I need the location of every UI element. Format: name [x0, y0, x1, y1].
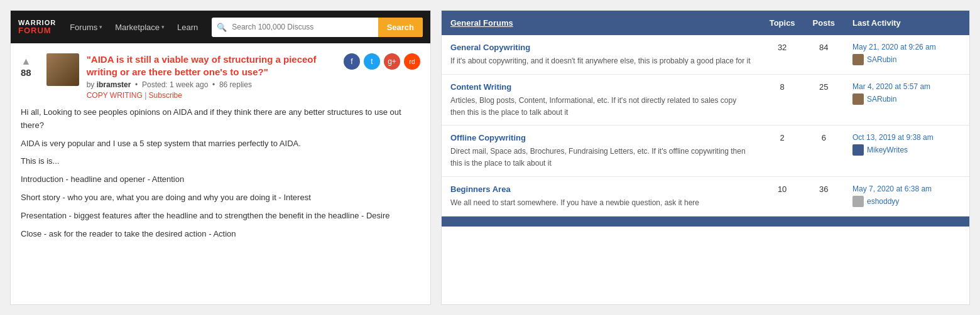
- author-avatar: [46, 53, 79, 86]
- search-input[interactable]: [232, 19, 378, 35]
- forums-nav-item[interactable]: Forums ▾: [66, 20, 106, 35]
- table-row: General Copywriting If it's about copywr…: [442, 35, 969, 74]
- forum-desc: We all need to start somewhere. If you h…: [450, 198, 699, 207]
- forum-posts-cell: 25: [804, 74, 844, 125]
- poster-name-link[interactable]: MikeyWrites: [867, 146, 908, 154]
- vote-count: 88: [21, 67, 31, 78]
- forum-lastactivity-cell: Mar 4, 2020 at 5:57 am SARubin: [844, 74, 969, 125]
- post-line-7: Close - ask for the reader to take the d…: [21, 228, 420, 241]
- poster-avatar-icon: [852, 196, 864, 207]
- col-posts-header: Posts: [804, 11, 844, 35]
- forum-topics-cell: 10: [761, 176, 804, 216]
- forum-posts-cell: 36: [804, 176, 844, 216]
- forum-name-link[interactable]: Beginners Area: [450, 184, 752, 194]
- poster-avatar-icon: [852, 93, 864, 105]
- forum-topics-cell: 2: [761, 125, 804, 177]
- post-line-3: This is is...: [21, 155, 420, 168]
- right-panel: General Forums Topics Posts Last Activit…: [441, 10, 970, 305]
- forum-lastactivity-cell: May 21, 2020 at 9:26 am SARubin: [844, 35, 969, 74]
- forum-name-link[interactable]: General Copywriting: [450, 43, 752, 52]
- reddit-share-icon[interactable]: rd: [404, 53, 420, 70]
- footer-cell: [442, 216, 969, 227]
- search-bar: 🔍 Search: [212, 18, 423, 37]
- table-footer-row: [442, 216, 969, 227]
- forum-name-link[interactable]: Offline Copywriting: [450, 133, 752, 142]
- nav-items: Forums ▾ Marketplace ▾ Learn: [66, 20, 202, 35]
- post-replies: 86 replies: [219, 80, 252, 89]
- last-poster: MikeyWrites: [852, 144, 961, 156]
- author-link[interactable]: ibramster: [97, 80, 131, 89]
- tag-copywriting[interactable]: COPY WRITING: [87, 91, 143, 100]
- search-icon: 🔍: [212, 19, 232, 36]
- left-panel: WARRIOR FORUM Forums ▾ Marketplace ▾ Lea…: [10, 10, 431, 305]
- forum-name-link[interactable]: Content Writing: [450, 82, 752, 92]
- navbar: WARRIOR FORUM Forums ▾ Marketplace ▾ Lea…: [11, 11, 430, 43]
- googleplus-share-icon[interactable]: g+: [384, 53, 400, 70]
- forum-lastactivity-cell: May 7, 2020 at 6:38 am eshoddyy: [844, 176, 969, 216]
- post-container: ▲ 88 "AIDA is it still a viable way of s…: [11, 43, 430, 255]
- last-activity-date-link[interactable]: May 7, 2020 at 6:38 am: [852, 184, 961, 193]
- forum-lastactivity-cell: Oct 13, 2019 at 9:38 am MikeyWrites: [844, 125, 969, 177]
- col-topics-header: Topics: [761, 11, 804, 35]
- poster-name-link[interactable]: eshoddyy: [867, 197, 899, 206]
- forum-desc: If it's about copywriting, and it doesn'…: [450, 56, 751, 65]
- last-poster: SARubin: [852, 93, 961, 105]
- poster-name-link[interactable]: SARubin: [867, 55, 896, 64]
- subscribe-link[interactable]: Subscribe: [149, 91, 182, 100]
- poster-avatar-icon: [852, 144, 864, 156]
- table-row: Offline Copywriting Direct mail, Space a…: [442, 125, 969, 177]
- forum-table: General Forums Topics Posts Last Activit…: [442, 11, 969, 227]
- forum-desc: Articles, Blog posts, Content, Informati…: [450, 96, 736, 117]
- vote-block: ▲ 88: [21, 56, 31, 100]
- last-activity-date-link[interactable]: Oct 13, 2019 at 9:38 am: [852, 133, 961, 142]
- post-line-5: Short story - who you are, what you are …: [21, 191, 420, 205]
- forum-info-cell: General Copywriting If it's about copywr…: [442, 35, 761, 74]
- post-title: "AIDA is it still a viable way of struct…: [87, 53, 344, 78]
- marketplace-nav-item[interactable]: Marketplace ▾: [111, 20, 168, 35]
- col-section: General Forums: [442, 11, 761, 35]
- logo[interactable]: WARRIOR FORUM: [18, 19, 56, 35]
- post-line-1: Hi all, Looking to see peoples opinions …: [21, 106, 420, 132]
- upvote-button[interactable]: ▲: [21, 56, 31, 67]
- post-tags: COPY WRITING | Subscribe: [87, 91, 420, 100]
- post-meta: by ibramster • Posted: 1 week ago • 86 r…: [87, 80, 420, 89]
- last-activity-date-link[interactable]: Mar 4, 2020 at 5:57 am: [852, 82, 961, 91]
- table-header-row: General Forums Topics Posts Last Activit…: [442, 11, 969, 35]
- facebook-share-icon[interactable]: f: [344, 53, 360, 70]
- logo-forum: FORUM: [18, 26, 56, 35]
- forum-posts-cell: 84: [804, 35, 844, 74]
- section-title-link[interactable]: General Forums: [450, 18, 513, 28]
- col-lastactivity-header: Last Activity: [844, 11, 969, 35]
- last-activity-date-link[interactable]: May 21, 2020 at 9:26 am: [852, 43, 961, 51]
- forum-desc: Direct mail, Space ads, Brochures, Fundr…: [450, 147, 746, 168]
- marketplace-chevron-icon: ▾: [161, 24, 165, 30]
- post-line-2: AIDA is very popular and I use a 5 step …: [21, 137, 420, 151]
- social-icons: f t g+ rd: [344, 53, 420, 70]
- post-date: Posted: 1 week ago: [142, 80, 208, 89]
- search-button[interactable]: Search: [378, 18, 423, 37]
- forum-topics-cell: 32: [761, 35, 804, 74]
- twitter-share-icon[interactable]: t: [364, 53, 380, 70]
- learn-nav-item[interactable]: Learn: [173, 20, 202, 35]
- table-row: Content Writing Articles, Blog posts, Co…: [442, 74, 969, 125]
- post-line-6: Presentation - biggest features after th…: [21, 210, 420, 223]
- forum-posts-cell: 6: [804, 125, 844, 177]
- table-row: Beginners Area We all need to start some…: [442, 176, 969, 216]
- last-poster: SARubin: [852, 54, 961, 65]
- forums-chevron-icon: ▾: [99, 24, 102, 30]
- last-poster: eshoddyy: [852, 196, 961, 207]
- forum-info-cell: Beginners Area We all need to start some…: [442, 176, 761, 216]
- poster-name-link[interactable]: SARubin: [867, 95, 896, 104]
- forum-info-cell: Offline Copywriting Direct mail, Space a…: [442, 125, 761, 177]
- post-body: Hi all, Looking to see peoples opinions …: [21, 106, 420, 240]
- post-top-area: ▲ 88 "AIDA is it still a viable way of s…: [21, 53, 420, 100]
- forum-topics-cell: 8: [761, 74, 804, 125]
- forum-info-cell: Content Writing Articles, Blog posts, Co…: [442, 74, 761, 125]
- poster-avatar-icon: [852, 54, 864, 65]
- post-line-4: Introduction - headline and opener - Att…: [21, 173, 420, 186]
- post-title-block: "AIDA is it still a viable way of struct…: [87, 53, 420, 100]
